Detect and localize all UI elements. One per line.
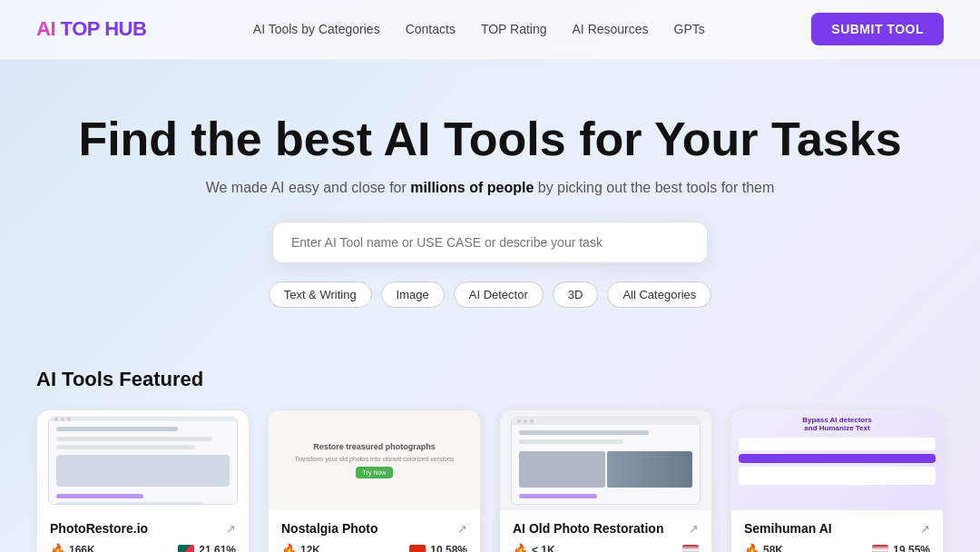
mock-title: Bypass AI detectorsand Humanize Text bbox=[731, 410, 943, 434]
flag-icon bbox=[872, 545, 888, 552]
hero-headline: Find the best AI Tools for Your Tasks bbox=[18, 113, 962, 165]
visitors-count: 12K bbox=[300, 544, 320, 552]
external-link-icon: ↗ bbox=[226, 522, 236, 536]
card-image-nostalgia: Restore treasured photographs Transform … bbox=[269, 410, 480, 510]
fire-icon: 🔥 bbox=[744, 543, 760, 552]
logo-ai: AI bbox=[36, 17, 55, 40]
card-title: AI Old Photo Restoration bbox=[513, 521, 663, 536]
mock-input bbox=[739, 438, 936, 450]
logo[interactable]: AI TOP HUB bbox=[36, 17, 146, 41]
card-body-photorestore: PhotoRestore.io ↗ 🔥 166K 21.61% Professi… bbox=[37, 510, 249, 552]
card-image-photorestore bbox=[37, 410, 249, 510]
card-body-semihuman: Semihuman AI ↗ 🔥 58K 19.55% AI-driven pl… bbox=[731, 510, 943, 552]
fire-icon: 🔥 bbox=[281, 543, 297, 552]
hero-section: Find the best AI Tools for Your Tasks We… bbox=[0, 59, 980, 368]
nav-gpts[interactable]: GPTs bbox=[674, 22, 705, 36]
card-stats: 🔥 166K 21.61% bbox=[50, 543, 236, 552]
card-stats: 🔥 58K 19.55% bbox=[744, 543, 930, 552]
card-title: Semihuman AI bbox=[744, 521, 832, 536]
visitors-count: 58K bbox=[763, 544, 783, 552]
featured-title: AI Tools Featured bbox=[36, 368, 944, 391]
hero-subtext: We made AI easy and close for millions o… bbox=[18, 180, 962, 196]
search-input[interactable] bbox=[272, 222, 708, 263]
cards-grid: PhotoRestore.io ↗ 🔥 166K 21.61% Professi… bbox=[36, 409, 944, 552]
flag-icon bbox=[409, 545, 426, 552]
fire-icon: 🔥 bbox=[513, 543, 528, 552]
tag-all-categories[interactable]: All Categories bbox=[607, 281, 711, 308]
card-image-ai-old-photo bbox=[500, 410, 711, 510]
nav-ai-tools[interactable]: AI Tools by Categories bbox=[253, 22, 380, 36]
card-title: Nostalgia Photo bbox=[281, 521, 378, 536]
navbar: AI TOP HUB AI Tools by Categories Contac… bbox=[0, 0, 980, 59]
card-nostalgia-photo[interactable]: Restore treasured photographs Transform … bbox=[268, 409, 481, 552]
tag-image[interactable]: Image bbox=[381, 281, 445, 308]
external-link-icon: ↗ bbox=[920, 522, 930, 536]
growth-percent: 19.55% bbox=[893, 544, 930, 552]
submit-tool-button[interactable]: SUBMIT TOOL bbox=[811, 13, 944, 45]
mock-subtitle: Transform your old photos into vibrant c… bbox=[295, 456, 455, 462]
visitors-count: 166K bbox=[69, 544, 95, 552]
tag-ai-detector[interactable]: AI Detector bbox=[454, 281, 544, 308]
logo-top: TOP bbox=[55, 17, 104, 40]
nav-contacts[interactable]: Contacts bbox=[406, 22, 456, 36]
card-image-semihuman: Bypass AI detectorsand Humanize Text bbox=[731, 410, 943, 510]
category-tags: Text & Writing Image AI Detector 3D All … bbox=[18, 281, 962, 308]
external-link-icon: ↗ bbox=[457, 522, 467, 536]
card-title: PhotoRestore.io bbox=[50, 521, 148, 536]
flag-icon bbox=[682, 545, 699, 552]
external-link-icon: ↗ bbox=[689, 522, 699, 536]
flag-icon bbox=[178, 545, 194, 552]
fire-icon: 🔥 bbox=[50, 543, 65, 552]
growth-percent: 10.58% bbox=[430, 544, 467, 552]
card-body-ai-old-photo: AI Old Photo Restoration ↗ 🔥 < 1K Conver… bbox=[500, 510, 711, 552]
growth-percent: 21.61% bbox=[199, 544, 236, 552]
card-stats: 🔥 < 1K bbox=[513, 543, 699, 552]
card-semihuman-ai[interactable]: Bypass AI detectorsand Humanize Text Sem… bbox=[730, 409, 944, 552]
visitors-count: < 1K bbox=[532, 544, 555, 552]
search-container bbox=[272, 222, 708, 263]
featured-section: AI Tools Featured bbox=[0, 368, 980, 552]
card-stats: 🔥 12K 10.58% bbox=[281, 543, 467, 552]
tag-text-writing[interactable]: Text & Writing bbox=[269, 281, 372, 308]
mock-title: Restore treasured photographs bbox=[313, 442, 436, 451]
card-body-nostalgia: Nostalgia Photo ↗ 🔥 12K 10.58% Platform … bbox=[269, 510, 480, 552]
tag-3d[interactable]: 3D bbox=[553, 281, 599, 308]
card-photorestore[interactable]: PhotoRestore.io ↗ 🔥 166K 21.61% Professi… bbox=[36, 409, 250, 552]
nav-ai-resources[interactable]: AI Resources bbox=[573, 22, 649, 36]
card-ai-old-photo[interactable]: AI Old Photo Restoration ↗ 🔥 < 1K Conver… bbox=[499, 409, 712, 552]
logo-hub: HUB bbox=[104, 17, 146, 40]
mock-button bbox=[739, 454, 936, 463]
nav-top-rating[interactable]: TOP Rating bbox=[481, 22, 547, 36]
mock-button: Try Now bbox=[356, 467, 394, 478]
nav-links: AI Tools by Categories Contacts TOP Rati… bbox=[253, 21, 705, 37]
mock-input2 bbox=[739, 467, 936, 485]
